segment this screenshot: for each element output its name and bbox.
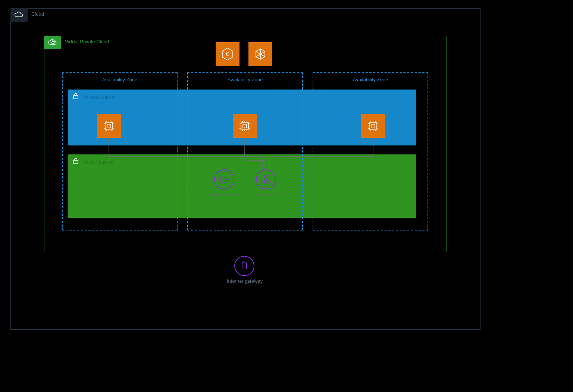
ec2-service-icon	[248, 42, 272, 66]
vpc-label: Virtual Private Cloud	[65, 39, 109, 44]
cloud-label: Cloud	[31, 11, 44, 17]
svg-rect-5	[241, 122, 248, 130]
svg-rect-9	[221, 176, 225, 183]
az-label: Availability Zone	[63, 77, 177, 82]
ec2-instance-icon	[361, 114, 385, 138]
vpc-icon	[44, 36, 61, 49]
svg-point-10	[264, 175, 267, 178]
internet-gateway-label: Internet gateway	[222, 278, 267, 284]
architecture-diagram: Cloud Virtual Private Cloud Private Subn…	[0, 0, 573, 392]
svg-point-13	[268, 181, 270, 184]
az-label: Availability Zone	[313, 77, 428, 82]
availability-zone-1: Availability Zone	[62, 72, 178, 231]
svg-rect-0	[52, 42, 54, 44]
svg-rect-8	[371, 124, 375, 128]
nat-gateway-label: NAT gateway	[202, 192, 247, 198]
availability-zone-2: Availability Zone	[187, 72, 303, 231]
svg-point-11	[262, 181, 264, 184]
svg-rect-6	[243, 124, 247, 128]
ec2-instance-icon	[97, 114, 121, 138]
internet-gateway-icon	[234, 256, 254, 276]
svg-point-12	[265, 181, 267, 184]
az-label: Availability Zone	[188, 77, 302, 82]
svg-rect-3	[105, 122, 113, 130]
cloud-icon	[10, 8, 28, 22]
load-balancer-icon	[256, 169, 276, 189]
svg-rect-4	[107, 124, 111, 128]
nat-gateway-icon	[214, 169, 234, 189]
availability-zone-3: Availability Zone	[313, 72, 428, 231]
ec2-instance-icon	[233, 114, 257, 138]
eks-service-icon	[216, 42, 239, 66]
svg-rect-7	[369, 122, 377, 130]
load-balancer-label: Load Balancer	[244, 192, 289, 198]
